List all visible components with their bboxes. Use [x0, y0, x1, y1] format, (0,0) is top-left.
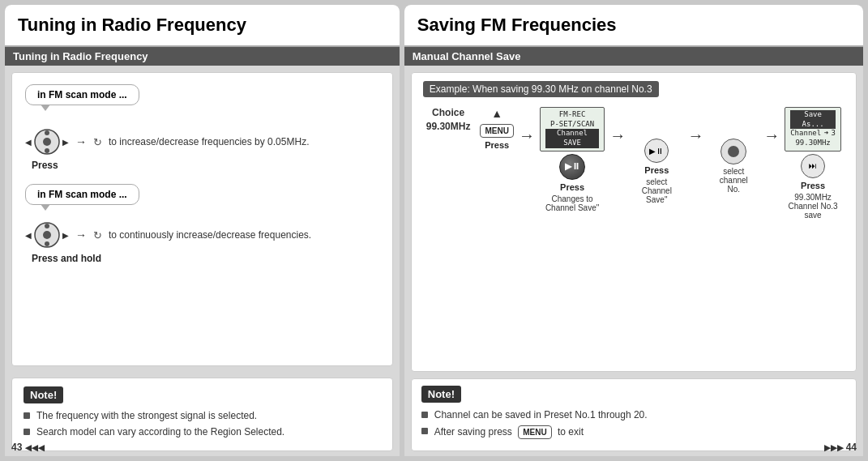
left-panel-title: Tuning in Radio Frequency	[5, 5, 400, 47]
right-panel: Saving FM Frequencies Manual Channel Sav…	[404, 5, 863, 456]
play-pause-button: ▶⏸	[644, 139, 669, 163]
note-title-right: Note!	[421, 386, 461, 403]
press-row-2: ◀ ▶ → ↻ to continuously increase/decreas…	[25, 221, 379, 249]
right-section-header: Manual Channel Save	[404, 47, 863, 66]
right-note-box: Note! Channel can be saved in Preset No.…	[411, 378, 857, 451]
step-5: Save As... Channel ➜ 3 99.30MHz ⏭ Press …	[785, 107, 841, 220]
fm-scan-bubble-2: in FM scan mode ...	[25, 184, 139, 205]
menu-button-step1: MENU	[480, 124, 513, 138]
left-note-box: Note! The frequency with the strongest s…	[11, 378, 393, 451]
step1-press: Press	[485, 140, 509, 150]
svg-point-7	[43, 231, 51, 239]
page-number-right: ▶▶▶ 44	[824, 442, 857, 453]
lcd-screen-1: FM-REC P-SET/SCAN Channel SAVE	[540, 107, 605, 152]
left-panel: Tuning in Radio Frequency Tuning in Radi…	[5, 5, 400, 456]
menu-btn-note: MENU	[518, 425, 551, 439]
instruction-text-2: to continuously increase/decrease freque…	[109, 229, 311, 241]
step-4: select channelNo.	[708, 107, 759, 194]
dial-icon-2: ◀ ▶	[25, 221, 69, 249]
step3-label: selectChannel Save"	[631, 177, 682, 204]
step-1: ▲ MENU Press	[480, 107, 513, 150]
dial-icon-1: ◀ ▶	[25, 128, 69, 156]
right-title-text: Saving FM Frequencies	[417, 15, 617, 35]
svg-point-6	[45, 241, 49, 246]
page-number-left: 43 ◀◀◀	[11, 442, 45, 453]
press-and-hold-label: Press and hold	[32, 253, 101, 264]
note-item-2: Search model can vary according to the R…	[24, 426, 381, 438]
note-item-1: The frequency with the strongest signal …	[24, 410, 381, 421]
svg-point-5	[45, 224, 49, 228]
example-banner: Example: When saving 99.30 MHz on channe…	[423, 81, 659, 97]
save-steps: Choice 99.30MHz ▲ MENU Press → FM-REC P-…	[423, 107, 844, 220]
right-note-item-2: After saving press MENU to exit	[421, 425, 846, 439]
svg-point-3	[43, 138, 51, 146]
choice-freq: 99.30MHz	[426, 121, 471, 132]
step2-label: Changes toChannel Save"	[545, 194, 599, 212]
ff-button: ⏭	[801, 154, 825, 178]
round-button-step2: ▶⏸	[559, 154, 585, 180]
note-title-left: Note!	[24, 386, 63, 403]
right-main-content: Example: When saving 99.30 MHz on channe…	[411, 72, 857, 372]
left-main-content: in FM scan mode ... ◀ ▶ → ↻ to increas	[11, 72, 393, 366]
step-2: FM-REC P-SET/SCAN Channel SAVE ▶⏸ Press …	[540, 107, 605, 212]
nav-button	[720, 139, 746, 164]
step4-label: select channelNo.	[708, 167, 759, 194]
step-choice: Choice 99.30MHz	[426, 107, 471, 151]
instruction-text-1: to increase/decrease frequencies by 0.05…	[109, 136, 309, 147]
press-label-1: Press	[32, 160, 58, 171]
choice-label: Choice	[432, 107, 464, 118]
press-row-1: ◀ ▶ → ↻ to increase/decrease frequencies…	[25, 128, 379, 156]
step-3: ▶⏸ Press selectChannel Save"	[631, 107, 682, 204]
step5-label: 99.30MHzChannel No.3save	[789, 193, 838, 220]
left-section-header: Tuning in Radio Frequency	[5, 47, 400, 66]
left-title-text: Tuning in Radio Frequency	[18, 15, 246, 35]
right-panel-title: Saving FM Frequencies	[404, 5, 863, 47]
fm-scan-bubble-1: in FM scan mode ...	[25, 84, 139, 105]
svg-point-2	[45, 148, 49, 153]
right-note-item-1: Channel can be saved in Preset No.1 thro…	[421, 409, 846, 420]
svg-point-1	[45, 130, 49, 135]
lcd-screen-2: Save As... Channel ➜ 3 99.30MHz	[785, 107, 841, 152]
